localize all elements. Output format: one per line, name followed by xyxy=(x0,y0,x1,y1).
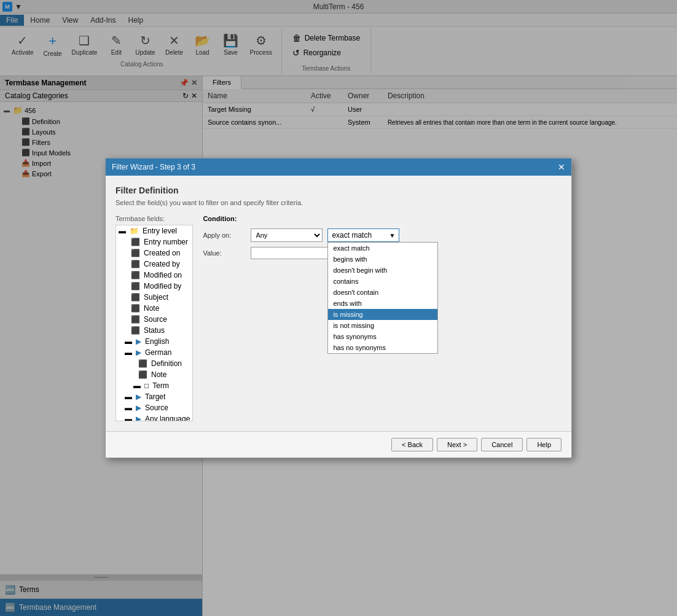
modified-by-icon: ⬛ xyxy=(131,282,140,290)
field-note[interactable]: ⬛ Note xyxy=(116,303,192,314)
back-button[interactable]: < Back xyxy=(391,438,433,451)
term-icon: □ xyxy=(144,381,149,390)
subject-label: Subject xyxy=(144,293,168,302)
condition-selected-text: exact match xyxy=(332,231,372,240)
next-button[interactable]: Next > xyxy=(437,438,477,451)
dialog-title: Filter Wizard - Step 3 of 3 xyxy=(112,163,195,171)
expand-entry-icon: ▬ xyxy=(119,227,126,235)
created-on-icon: ⬛ xyxy=(131,249,140,257)
any-lang-label: Any language xyxy=(145,415,190,421)
german-term-label: Term xyxy=(152,381,169,390)
created-by-icon: ⬛ xyxy=(131,260,140,268)
fields-panel-wrapper: Termbase fields: ▬ 📁 Entry level ⬛ Entry… xyxy=(115,215,193,421)
field-entry-number[interactable]: ⬛ Entry number xyxy=(116,236,192,248)
fields-panel: ▬ 📁 Entry level ⬛ Entry number ⬛ Created… xyxy=(115,225,193,421)
note-icon: ⬛ xyxy=(131,304,140,313)
dialog-subtitle: Select the field(s) you want to filter o… xyxy=(115,199,562,206)
help-button[interactable]: Help xyxy=(526,438,562,451)
entry-level-folder-icon: 📁 xyxy=(130,227,139,235)
option-has-synonyms[interactable]: has synonyms xyxy=(328,331,437,342)
english-icon: ▶ xyxy=(136,337,141,346)
german-definition-label: Definition xyxy=(151,359,182,368)
dialog-two-col: Termbase fields: ▬ 📁 Entry level ⬛ Entry… xyxy=(115,215,562,421)
any-lang-icon: ▶ xyxy=(136,415,141,421)
field-entry-level[interactable]: ▬ 📁 Entry level xyxy=(116,225,192,236)
apply-on-row: Apply on: Any All exact match ▼ xyxy=(203,228,399,242)
option-is-not-missing[interactable]: is not missing xyxy=(328,320,437,331)
expand-any-lang-icon: ▬ xyxy=(125,415,132,421)
condition-dropdown-list: exact match begins with doesn't begin wi… xyxy=(327,242,438,354)
option-has-no-synonyms[interactable]: has no synonyms xyxy=(328,342,437,353)
german-note-icon: ⬛ xyxy=(138,370,147,379)
created-by-label: Created by xyxy=(144,260,180,268)
target-label: Target xyxy=(145,392,165,401)
modified-on-label: Modified on xyxy=(144,271,182,279)
option-ends-with[interactable]: ends with xyxy=(328,298,437,309)
status-icon: ⬛ xyxy=(131,326,140,335)
dialog-section-title: Filter Definition xyxy=(115,185,562,195)
apply-on-dropdown[interactable]: Any All xyxy=(251,228,323,242)
filter-wizard-dialog: Filter Wizard - Step 3 of 3 ✕ Filter Def… xyxy=(105,158,572,458)
subject-icon: ⬛ xyxy=(131,293,140,302)
condition-dropdown-arrow: ▼ xyxy=(389,232,396,239)
option-contains[interactable]: contains xyxy=(328,276,437,287)
entry-number-icon: ⬛ xyxy=(131,238,140,246)
field-created-by[interactable]: ⬛ Created by xyxy=(116,259,192,270)
modified-by-label: Modified by xyxy=(144,282,181,290)
option-begins-with[interactable]: begins with xyxy=(328,254,437,265)
option-doesnt-begin-with[interactable]: doesn't begin with xyxy=(328,265,437,276)
status-label: Status xyxy=(144,326,165,335)
german-definition-icon: ⬛ xyxy=(138,359,147,368)
field-german-definition[interactable]: ⬛ Definition xyxy=(116,358,192,369)
expand-source-lang-icon: ▬ xyxy=(125,404,132,412)
german-note-label: Note xyxy=(151,370,166,379)
target-icon: ▶ xyxy=(136,392,141,401)
field-german-note[interactable]: ⬛ Note xyxy=(116,369,192,380)
dialog-body: Filter Definition Select the field(s) yo… xyxy=(106,176,571,431)
option-doesnt-contain[interactable]: doesn't contain xyxy=(328,287,437,298)
expand-english-icon: ▬ xyxy=(125,337,132,346)
dialog-overlay: Filter Wizard - Step 3 of 3 ✕ Filter Def… xyxy=(0,0,677,616)
cancel-button[interactable]: Cancel xyxy=(481,438,523,451)
german-icon: ▶ xyxy=(136,348,141,357)
entry-level-label: Entry level xyxy=(143,227,177,235)
field-german-term[interactable]: ▬ □ Term xyxy=(116,380,192,391)
field-source-lang[interactable]: ▬ ▶ Source xyxy=(116,402,192,413)
modified-on-icon: ⬛ xyxy=(131,271,140,279)
created-on-label: Created on xyxy=(144,249,180,257)
source-icon: ⬛ xyxy=(131,315,140,324)
apply-on-label: Apply on: xyxy=(203,232,246,239)
field-any-language[interactable]: ▬ ▶ Any language xyxy=(116,413,192,421)
expand-german-icon: ▬ xyxy=(125,348,132,357)
apply-on-select[interactable]: Any All xyxy=(251,228,323,242)
dialog-close-btn[interactable]: ✕ xyxy=(558,162,565,172)
source-lang-label: Source xyxy=(145,404,168,412)
condition-dropdown[interactable]: exact match ▼ exact match begins with do… xyxy=(327,228,399,242)
source-label: Source xyxy=(144,315,167,324)
source-lang-icon: ▶ xyxy=(136,404,141,412)
english-label: English xyxy=(145,337,169,346)
field-created-on[interactable]: ⬛ Created on xyxy=(116,248,192,259)
option-is-missing[interactable]: is missing xyxy=(328,309,437,320)
dialog-footer: < Back Next > Cancel Help xyxy=(106,431,571,458)
field-german[interactable]: ▬ ▶ German xyxy=(116,347,192,358)
entry-number-label: Entry number xyxy=(144,238,188,246)
expand-target-icon: ▬ xyxy=(125,392,132,401)
german-label: German xyxy=(145,348,171,357)
field-subject[interactable]: ⬛ Subject xyxy=(116,292,192,303)
field-modified-by[interactable]: ⬛ Modified by xyxy=(116,281,192,292)
field-modified-on[interactable]: ⬛ Modified on xyxy=(116,270,192,281)
condition-selected-display[interactable]: exact match ▼ xyxy=(327,228,399,242)
field-english[interactable]: ▬ ▶ English xyxy=(116,336,192,347)
option-exact-match[interactable]: exact match xyxy=(328,243,437,254)
expand-term-icon: ▬ xyxy=(133,381,141,390)
field-status[interactable]: ⬛ Status xyxy=(116,325,192,336)
value-label: Value: xyxy=(203,249,246,257)
field-target[interactable]: ▬ ▶ Target xyxy=(116,391,192,402)
note-label: Note xyxy=(144,304,159,313)
field-source[interactable]: ⬛ Source xyxy=(116,314,192,325)
fields-panel-label: Termbase fields: xyxy=(115,215,193,222)
condition-panel: Condition: Apply on: Any All exa xyxy=(203,215,399,421)
dialog-title-bar: Filter Wizard - Step 3 of 3 ✕ xyxy=(106,158,571,176)
condition-section-label: Condition: xyxy=(203,215,399,222)
